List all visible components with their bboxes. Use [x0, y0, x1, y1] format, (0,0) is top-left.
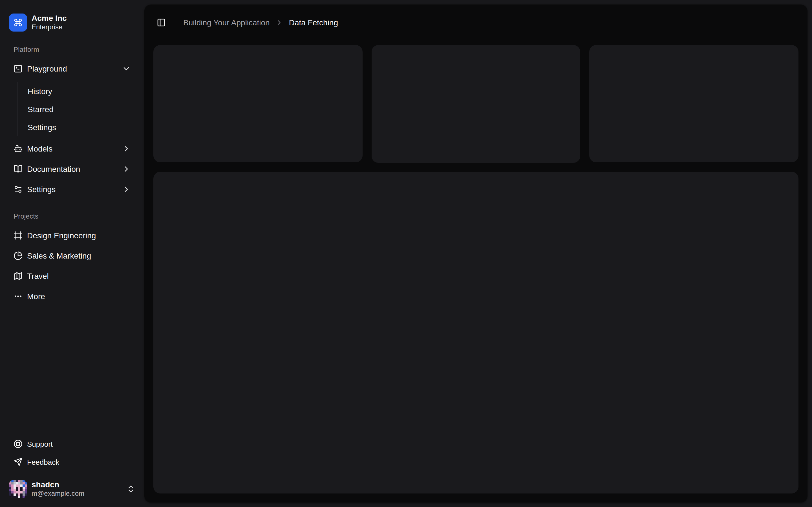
chevron-right-icon[interactable] [122, 165, 131, 173]
sidebar-item-label: Models [27, 144, 52, 153]
life-buoy-icon [13, 439, 22, 448]
nav-group-projects: Projects Design Engineering Sales & Mark… [4, 207, 140, 310]
chevron-right-icon[interactable] [122, 144, 131, 153]
breadcrumb: Building Your Application Data Fetching [183, 18, 338, 27]
placeholder-main-card [153, 172, 799, 494]
sidebar-item-label: Playground [27, 64, 67, 73]
sidebar-item-label: Design Engineering [27, 231, 96, 240]
settings-icon [13, 185, 22, 194]
sidebar-item-design-engineering[interactable]: Design Engineering [9, 226, 135, 244]
sidebar-subitem-starred[interactable]: Starred [23, 101, 135, 117]
nav-menu-platform: Playground History Starred Settings [9, 60, 135, 198]
placeholder-card-1 [153, 45, 362, 163]
sidebar-spacer [4, 310, 140, 427]
avatar-pixel-art [9, 480, 27, 498]
placeholder-card-2 [371, 45, 580, 163]
brand-name: Acme Inc [32, 14, 67, 23]
frame-icon [13, 231, 22, 240]
nav-group-platform: Platform Playground History Starred [4, 41, 140, 203]
command-icon [13, 18, 22, 27]
user-email: m@example.com [32, 490, 84, 498]
sidebar: Acme Inc Enterprise Platform Playground … [0, 0, 144, 507]
sidebar-subitem-label: Settings [28, 123, 56, 132]
playground-submenu: History Starred Settings [17, 82, 135, 136]
placeholder-card-3 [590, 45, 799, 163]
main-inset-panel: Building Your Application Data Fetching [144, 4, 808, 503]
ellipsis-icon [13, 292, 22, 301]
bot-icon [13, 144, 22, 153]
content-area [144, 41, 808, 503]
placeholder-cards-row [153, 45, 799, 163]
sidebar-item-label: Feedback [27, 458, 59, 466]
breadcrumb-parent-link[interactable]: Building Your Application [183, 18, 270, 27]
breadcrumb-chevron-icon [275, 18, 283, 26]
nav-menu-projects: Design Engineering Sales & Marketing Tra… [9, 226, 135, 305]
sidebar-item-label: Travel [27, 272, 49, 281]
team-switcher-button[interactable]: Acme Inc Enterprise [4, 9, 140, 36]
brand-logo [9, 13, 27, 32]
header-separator [174, 18, 174, 27]
chevrons-up-down-icon [126, 485, 135, 494]
sidebar-subitem-settings[interactable]: Settings [23, 119, 135, 135]
nav-group-label: Projects [9, 212, 135, 221]
breadcrumb-current-page: Data Fetching [289, 18, 338, 27]
sidebar-item-feedback[interactable]: Feedback [9, 454, 135, 470]
user-text: shadcn m@example.com [32, 480, 84, 498]
sidebar-item-more[interactable]: More [9, 287, 135, 305]
brand-text: Acme Inc Enterprise [32, 14, 67, 31]
sidebar-subitem-history[interactable]: History [23, 83, 135, 99]
book-open-icon [13, 165, 22, 173]
sidebar-item-documentation[interactable]: Documentation [9, 160, 135, 178]
chevron-right-icon[interactable] [122, 185, 131, 194]
app-root: Acme Inc Enterprise Platform Playground … [0, 0, 812, 507]
sidebar-item-settings[interactable]: Settings [9, 180, 135, 198]
avatar [9, 480, 27, 498]
brand-plan: Enterprise [32, 23, 67, 31]
sidebar-item-label: Sales & Marketing [27, 251, 91, 260]
panel-left-icon [157, 18, 166, 27]
map-icon [13, 272, 22, 281]
sidebar-item-travel[interactable]: Travel [9, 267, 135, 285]
nav-group-label: Platform [9, 45, 135, 54]
sidebar-subitem-label: Starred [28, 105, 54, 114]
sidebar-toggle-button[interactable] [153, 15, 169, 31]
pie-chart-icon [13, 251, 22, 260]
sidebar-item-playground[interactable]: Playground [9, 60, 135, 78]
sidebar-item-label: More [27, 292, 45, 301]
sidebar-item-support[interactable]: Support [9, 436, 135, 452]
user-menu-button[interactable]: shadcn m@example.com [4, 475, 140, 503]
header: Building Your Application Data Fetching [144, 4, 808, 41]
send-icon [13, 457, 22, 466]
sidebar-subitem-label: History [28, 87, 52, 96]
chevron-down-icon[interactable] [122, 64, 131, 73]
sidebar-item-sales-marketing[interactable]: Sales & Marketing [9, 247, 135, 265]
user-name: shadcn [32, 480, 84, 490]
square-terminal-icon [13, 64, 22, 73]
sidebar-item-label: Settings [27, 185, 56, 194]
sidebar-item-label: Support [27, 440, 53, 448]
sidebar-item-label: Documentation [27, 165, 80, 173]
nav-group-secondary: Support Feedback [4, 432, 140, 474]
sidebar-item-models[interactable]: Models [9, 140, 135, 158]
